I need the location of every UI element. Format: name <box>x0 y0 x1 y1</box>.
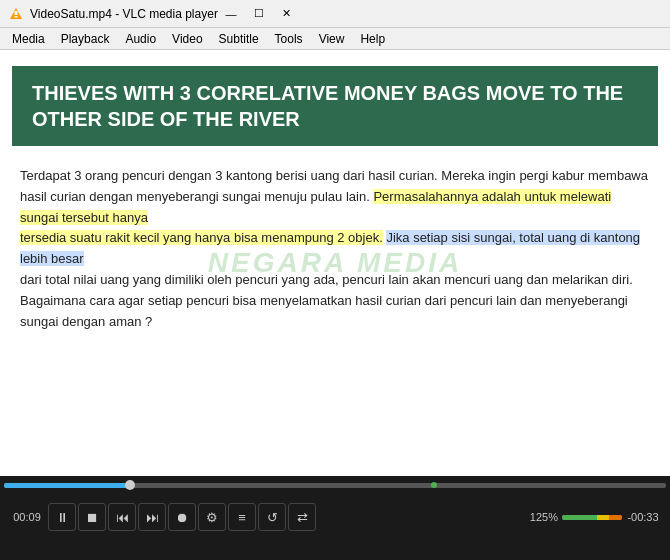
menu-tools[interactable]: Tools <box>267 28 311 50</box>
highlight-yellow-2: tersedia suatu rakit kecil yang hanya bi… <box>20 230 383 245</box>
record-icon: ⏺ <box>176 510 189 525</box>
subtitle-banner: THIEVES WITH 3 CORRELATIVE MONEY BAGS MO… <box>12 66 658 146</box>
maximize-button[interactable]: ☐ <box>246 5 272 23</box>
menu-view[interactable]: View <box>311 28 353 50</box>
subtitle-banner-text: THIEVES WITH 3 CORRELATIVE MONEY BAGS MO… <box>32 80 638 132</box>
menu-subtitle[interactable]: Subtitle <box>211 28 267 50</box>
next-button[interactable]: ⏭ <box>138 503 166 531</box>
menu-audio[interactable]: Audio <box>117 28 164 50</box>
close-button[interactable]: ✕ <box>274 5 300 23</box>
record-button[interactable]: ⏺ <box>168 503 196 531</box>
extra-controls-left: ⏺ ⚙ <box>168 503 226 531</box>
stop-icon: ⏹ <box>86 510 99 525</box>
vlc-icon <box>8 6 24 22</box>
play-pause-button[interactable]: ⏸ <box>48 503 76 531</box>
progress-bar[interactable] <box>4 483 666 488</box>
paragraph-text: Terdapat 3 orang pencuri dengan 3 kanton… <box>20 166 650 332</box>
next-icon: ⏭ <box>146 510 159 525</box>
prev-button[interactable]: ⏮ <box>108 503 136 531</box>
menu-help[interactable]: Help <box>352 28 393 50</box>
playlist-button[interactable]: ≡ <box>228 503 256 531</box>
shuffle-button[interactable]: ⇄ <box>288 503 316 531</box>
progress-bar-handle[interactable] <box>125 480 135 490</box>
svg-rect-2 <box>15 16 18 18</box>
volume-fill-orange <box>609 515 622 520</box>
menu-bar: Media Playback Audio Video Subtitle Tool… <box>0 28 670 50</box>
current-time: 00:09 <box>8 511 46 523</box>
extended-settings-button[interactable]: ⚙ <box>198 503 226 531</box>
menu-playback[interactable]: Playback <box>53 28 118 50</box>
prev-icon: ⏮ <box>116 510 129 525</box>
minimize-button[interactable]: — <box>218 5 244 23</box>
title-bar: VideoSatu.mp4 - VLC media player — ☐ ✕ <box>0 0 670 28</box>
volume-area: 125% <box>530 511 622 523</box>
video-area: NEGARA MEDIA THIEVES WITH 3 CORRELATIVE … <box>0 50 670 476</box>
window-title: VideoSatu.mp4 - VLC media player <box>30 7 218 21</box>
volume-label: 125% <box>530 511 558 523</box>
progress-bar-fill <box>4 483 130 488</box>
playlist-icon: ≡ <box>238 510 246 525</box>
menu-video[interactable]: Video <box>164 28 210 50</box>
paragraph-area: Terdapat 3 orang pencuri dengan 3 kanton… <box>0 146 670 342</box>
progress-bar-chapter-marker <box>431 482 437 488</box>
loop-button[interactable]: ↺ <box>258 503 286 531</box>
progress-area[interactable] <box>0 476 670 494</box>
volume-fill-green <box>562 515 597 520</box>
loop-icon: ↺ <box>267 510 278 525</box>
svg-rect-1 <box>15 11 18 15</box>
volume-fill-yellow <box>597 515 609 520</box>
playback-controls: ⏸ ⏹ ⏮ ⏭ <box>48 503 166 531</box>
menu-media[interactable]: Media <box>4 28 53 50</box>
shuffle-icon: ⇄ <box>297 510 308 525</box>
window-controls[interactable]: — ☐ ✕ <box>218 5 300 23</box>
extra-controls-right: ≡ ↺ ⇄ <box>228 503 316 531</box>
controls-area: 00:09 ⏸ ⏹ ⏮ ⏭ ⏺ ⚙ ≡ ↺ ⇄ <box>0 494 670 540</box>
volume-bar[interactable] <box>562 515 622 520</box>
extended-icon: ⚙ <box>206 510 218 525</box>
pause-icon: ⏸ <box>56 510 69 525</box>
remaining-time: -00:33 <box>624 511 662 523</box>
stop-button[interactable]: ⏹ <box>78 503 106 531</box>
highlight-yellow-1: Permasalahannya adalah untuk melewati su… <box>20 189 611 225</box>
